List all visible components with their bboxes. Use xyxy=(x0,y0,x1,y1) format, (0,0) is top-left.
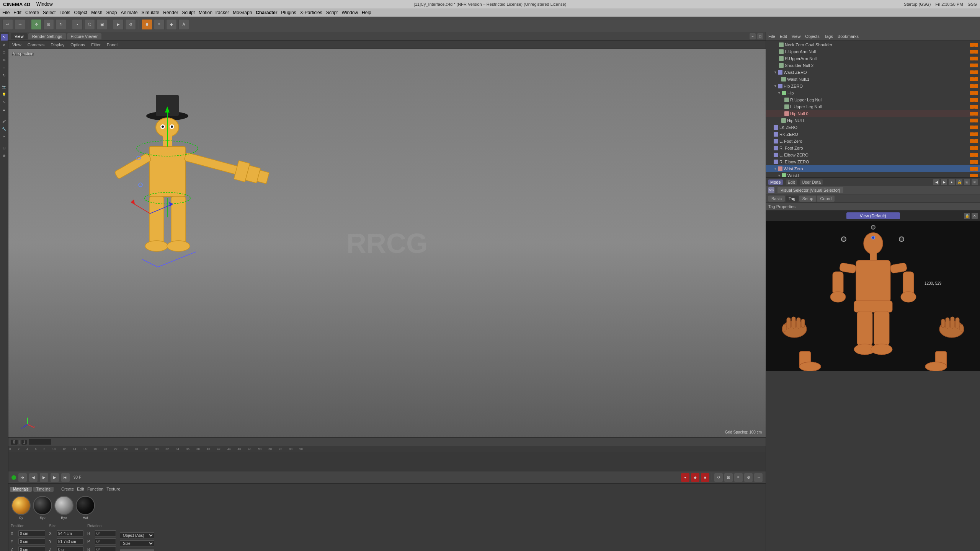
current-frame-display[interactable]: 0 xyxy=(11,440,18,445)
edit-btn[interactable]: Edit xyxy=(786,179,797,185)
vs-close-btn[interactable]: ✕ xyxy=(972,213,978,219)
menu-animate[interactable]: Animate xyxy=(121,10,138,15)
render-settings-btn[interactable]: ⚙ xyxy=(125,19,136,30)
sub-filter[interactable]: Filter xyxy=(90,42,102,47)
menu-snap[interactable]: Snap xyxy=(106,10,117,15)
obj-hip[interactable]: ▼ Hip xyxy=(766,90,980,96)
rotate-tool-left[interactable]: ↻ xyxy=(1,72,8,79)
tab-render-settings[interactable]: Render Settings xyxy=(28,33,66,39)
knife-tool[interactable]: ✂ xyxy=(1,133,8,140)
mode-btn[interactable]: Mode xyxy=(768,179,783,185)
mat-create[interactable]: Create xyxy=(61,487,74,491)
spline-tool[interactable]: ∿ xyxy=(1,99,8,106)
menu-render[interactable]: Render xyxy=(163,10,178,15)
magnet-tool[interactable]: 🔧 xyxy=(1,126,8,132)
apply-button[interactable]: Apply xyxy=(120,549,154,551)
menu-object[interactable]: Object xyxy=(74,10,87,15)
light-tool[interactable]: 💡 xyxy=(1,91,8,98)
tab-basic[interactable]: Basic xyxy=(768,196,785,202)
mat-function[interactable]: Function xyxy=(87,487,103,491)
rot-z-input[interactable] xyxy=(95,546,116,551)
pos-y-input[interactable] xyxy=(18,538,45,544)
obj-hip-zero[interactable]: ▼ Hip ZERO xyxy=(766,83,980,90)
pos-x-input[interactable] xyxy=(18,530,45,536)
menu-sculpt[interactable]: Sculpt xyxy=(182,10,195,15)
obj-rupper-leg[interactable]: R.Upper Leg Null xyxy=(766,96,980,103)
vs-left-hand[interactable] xyxy=(779,314,810,341)
record-btn[interactable]: ⏺ xyxy=(142,19,152,30)
obj-menu-file[interactable]: File xyxy=(768,34,775,39)
size-type-select[interactable]: Size xyxy=(120,540,154,546)
timeline-btn[interactable]: ≡ xyxy=(154,19,165,30)
menu-script[interactable]: Script xyxy=(326,10,338,15)
vs-right-foot[interactable] xyxy=(924,348,954,371)
menu-help[interactable]: Help xyxy=(362,10,371,15)
sub-panel[interactable]: Panel xyxy=(105,42,119,47)
rot-x-input[interactable] xyxy=(95,530,116,536)
tl-grid-btn[interactable]: ≡ xyxy=(734,473,743,482)
menu-mesh[interactable]: Mesh xyxy=(91,10,102,15)
lasso-tool[interactable]: ⌀ xyxy=(1,41,8,48)
tab-coord[interactable]: Coord xyxy=(817,196,835,202)
mat-texture[interactable]: Texture xyxy=(106,487,120,491)
points-mode[interactable]: • xyxy=(72,19,83,30)
visual-selector-canvas[interactable]: 1230, 529 xyxy=(766,221,980,371)
menu-window[interactable]: Window xyxy=(36,2,53,7)
mode-bar-expand[interactable]: ⊞ xyxy=(964,179,970,185)
obj-neck-zero[interactable]: Neck Zero Goal Shoulder xyxy=(766,41,980,48)
snap-tool[interactable]: ⊡ xyxy=(1,145,8,152)
menu-edit[interactable]: Edit xyxy=(13,10,21,15)
object-tree[interactable]: Neck Zero Goal Shoulder L.UpperArm Null … xyxy=(766,41,980,177)
menu-tools[interactable]: Tools xyxy=(59,10,70,15)
tab-view[interactable]: View xyxy=(11,33,28,39)
menu-motion-tracker[interactable]: Motion Tracker xyxy=(199,10,229,15)
tab-timeline[interactable]: Timeline xyxy=(33,487,54,492)
obj-menu-tags[interactable]: Tags xyxy=(824,34,833,39)
obj-jnr-null[interactable]: Hip Null 0 xyxy=(766,110,980,117)
menu-file[interactable]: File xyxy=(2,10,10,15)
viewport-canvas[interactable]: RRCG Perspective xyxy=(8,49,766,437)
layout-btn[interactable]: ⊞ xyxy=(724,473,733,482)
menu-xparticles[interactable]: X-Particles xyxy=(300,10,322,15)
tab-picture-viewer[interactable]: Picture Viewer xyxy=(67,33,102,39)
obj-rk-zero[interactable]: RK ZERO xyxy=(766,131,980,138)
obj-hip-null[interactable]: Hip NULL xyxy=(766,117,980,124)
obj-lupper[interactable]: L.UpperArm Null xyxy=(766,48,980,55)
obj-wristl[interactable]: ▼ Wrist.L xyxy=(766,172,980,177)
tab-tag[interactable]: Tag xyxy=(786,196,799,202)
obj-rupper[interactable]: R.UpperArm Null xyxy=(766,55,980,62)
obj-menu-objects[interactable]: Objects xyxy=(805,34,819,39)
render-btn[interactable]: ▶ xyxy=(113,19,124,30)
timeline-zoom[interactable] xyxy=(28,439,51,445)
brush-tool[interactable]: 🖌 xyxy=(1,118,8,125)
keyframe-btn[interactable]: ◆ xyxy=(166,19,177,30)
obj-menu-edit[interactable]: Edit xyxy=(780,34,787,39)
sub-cameras[interactable]: Cameras xyxy=(26,42,46,47)
size-y-input[interactable] xyxy=(57,538,83,544)
obj-lk-zero[interactable]: LK ZERO xyxy=(766,124,980,131)
menu-mograph[interactable]: MoGraph xyxy=(233,10,252,15)
vs-lock-btn[interactable]: 🔒 xyxy=(964,213,970,219)
obj-l-elbow[interactable]: L. Elbow ZERO xyxy=(766,152,980,158)
tl-more-btn[interactable]: ⋯ xyxy=(754,473,763,482)
autokey-btn[interactable]: A xyxy=(178,19,189,30)
viewport-maximize[interactable]: □ xyxy=(757,33,763,39)
size-z-input[interactable] xyxy=(57,546,83,551)
obj-wrist-zero[interactable]: ▼ Wrist Zero xyxy=(766,165,980,172)
menu-window2[interactable]: Window xyxy=(341,10,358,15)
polygons-mode[interactable]: ▣ xyxy=(96,19,107,30)
play-back-btn[interactable]: ⏮ xyxy=(18,473,27,482)
obj-menu-view[interactable]: View xyxy=(792,34,801,39)
rot-y-input[interactable] xyxy=(95,538,116,544)
obj-waist-null[interactable]: Waist Null.1 xyxy=(766,76,980,83)
play-btn[interactable]: ▶ xyxy=(40,473,48,482)
menu-create[interactable]: Create xyxy=(25,10,39,15)
obj-r-foot-zero[interactable]: R. Foot Zero xyxy=(766,145,980,152)
record-key3-btn[interactable]: ■ xyxy=(701,473,709,482)
vs-head-selection[interactable] xyxy=(871,236,875,240)
play-fwd-btn[interactable]: ⏭ xyxy=(61,473,70,482)
size-x-input[interactable] xyxy=(57,530,83,536)
viewport-minimize[interactable]: − xyxy=(750,33,756,39)
sub-view[interactable]: View xyxy=(11,42,23,47)
material-eye1[interactable]: Eye xyxy=(33,496,52,520)
